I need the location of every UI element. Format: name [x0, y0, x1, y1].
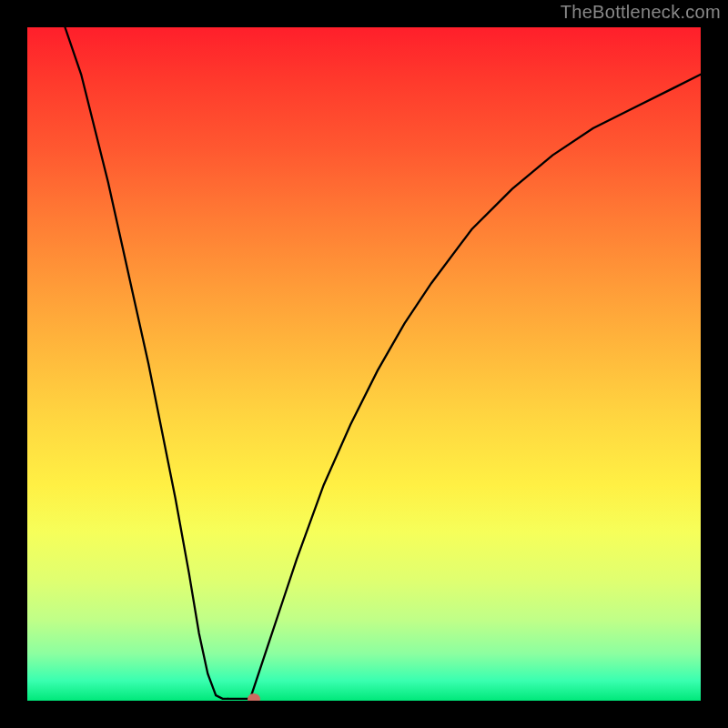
curve-right-branch — [249, 75, 701, 701]
curve-left-branch — [65, 27, 228, 699]
plot-area — [27, 27, 701, 701]
watermark-text: TheBottleneck.com — [561, 2, 721, 23]
minimum-marker — [248, 693, 260, 701]
curve-svg — [27, 27, 701, 701]
